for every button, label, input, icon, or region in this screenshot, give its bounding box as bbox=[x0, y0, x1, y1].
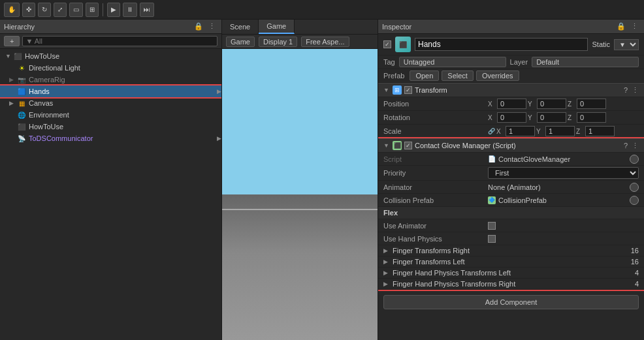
tab-game[interactable]: Game bbox=[259, 20, 295, 34]
rotate-tool[interactable]: ↻ bbox=[38, 3, 51, 17]
cam-label: CameraRig bbox=[29, 76, 65, 84]
hierarchy-menu-btn[interactable]: ⋮ bbox=[206, 22, 217, 31]
play-btn[interactable]: ▶ bbox=[107, 3, 120, 17]
htc-label: HowToUse bbox=[29, 123, 63, 131]
animator-dot-btn[interactable] bbox=[630, 183, 639, 192]
rot-x-input[interactable] bbox=[497, 112, 526, 123]
display-dropdown[interactable]: Display 1 bbox=[259, 37, 297, 47]
animator-value-row: None (Animator) bbox=[488, 183, 639, 192]
tods-icon: 📡 bbox=[17, 134, 26, 143]
step-btn[interactable]: ⏭ bbox=[140, 3, 154, 17]
top-toolbar: ✋ ✜ ↻ ⤢ ▭ ⊞ ▶ ⏸ ⏭ bbox=[0, 0, 644, 20]
hierarchy-item-environment[interactable]: 🌐 Environment bbox=[0, 109, 221, 121]
pos-x-input[interactable] bbox=[497, 99, 526, 109]
game-mode-dropdown[interactable]: Game bbox=[226, 37, 255, 47]
hierarchy-list: ▼ ⬛ HowToUse ☀ Directional Light ▶ 📷 Cam… bbox=[0, 49, 221, 340]
htc-icon: ⬛ bbox=[17, 122, 26, 131]
script-row: Script 📄 ContactGloveManager bbox=[378, 153, 644, 166]
transform-component-header[interactable]: ▼ ⊞ Transform ? ⋮ bbox=[378, 83, 644, 97]
aspect-dropdown[interactable]: Free Aspe... bbox=[301, 37, 349, 47]
howToUse-root-icon: ⬛ bbox=[13, 52, 22, 61]
object-cube-icon: ⬛ bbox=[395, 37, 411, 52]
add-component-button[interactable]: Add Component bbox=[383, 295, 639, 309]
pos-y-input[interactable] bbox=[537, 99, 566, 109]
hierarchy-item-hands[interactable]: 🟦 Hands ▶ bbox=[0, 85, 221, 97]
priority-label: Priority bbox=[383, 169, 488, 177]
static-dropdown[interactable]: ▼ bbox=[614, 39, 639, 50]
finger-transforms-right-row[interactable]: ▶ Finger Transforms Right 16 bbox=[378, 245, 644, 256]
prefab-row: Prefab Open Select Overrides bbox=[378, 69, 644, 83]
transform-checkbox[interactable] bbox=[404, 86, 412, 94]
prefab-select-btn[interactable]: Select bbox=[442, 70, 474, 81]
fhpl-arrow: ▶ bbox=[383, 270, 390, 276]
priority-dropdown[interactable]: First bbox=[488, 167, 639, 179]
priority-row: Priority First bbox=[378, 166, 644, 181]
rot-z-label: Z bbox=[568, 114, 575, 121]
move-tool[interactable]: ✜ bbox=[22, 3, 35, 17]
priority-value-row: First bbox=[488, 167, 639, 179]
hierarchy-item-tods[interactable]: 📡 ToDSCommunicator ▶ bbox=[0, 132, 221, 144]
hierarchy-search-input[interactable] bbox=[22, 36, 217, 46]
transform-help-icon[interactable]: ? bbox=[624, 86, 628, 95]
script-value: ContactGloveManager bbox=[498, 155, 570, 163]
canvas-arrow: ▶ bbox=[9, 100, 16, 106]
prefab-overrides-btn[interactable]: Overrides bbox=[476, 70, 519, 81]
scale-y-input[interactable] bbox=[545, 126, 575, 136]
game-toolbar: Game Display 1 Free Aspe... bbox=[222, 35, 378, 49]
cgm-checkbox[interactable] bbox=[404, 142, 412, 149]
inspector-lock-btn[interactable]: 🔒 bbox=[615, 22, 628, 31]
finger-hand-physics-right-row[interactable]: ▶ Finger Hand Physics Transforms Right 4 bbox=[378, 279, 644, 290]
hierarchy-item-howToUse-child[interactable]: ⬛ HowToUse bbox=[0, 121, 221, 132]
main-area: Hierarchy 🔒 ⋮ + ▼ ⬛ HowToUse ☀ Direction… bbox=[0, 20, 644, 340]
hierarchy-item-directional-light[interactable]: ☀ Directional Light bbox=[0, 62, 221, 74]
hierarchy-item-howToUse-root[interactable]: ▼ ⬛ HowToUse bbox=[0, 50, 221, 62]
cgm-component-header[interactable]: ▼ ⬛ Contact Glove Manager (Script) ? ⋮ bbox=[378, 138, 644, 153]
collision-prefab-dot-btn[interactable] bbox=[630, 196, 639, 205]
rect-tool[interactable]: ▭ bbox=[69, 3, 83, 17]
layer-label: Layer bbox=[510, 58, 528, 66]
hierarchy-panel: Hierarchy 🔒 ⋮ + ▼ ⬛ HowToUse ☀ Direction… bbox=[0, 20, 222, 340]
tab-scene[interactable]: Scene bbox=[222, 20, 259, 34]
tag-dropdown[interactable]: Untagged bbox=[399, 57, 506, 67]
use-hand-physics-checkbox[interactable] bbox=[488, 235, 496, 243]
hierarchy-item-canvas[interactable]: ▶ ▦ Canvas bbox=[0, 97, 221, 109]
position-row: Position X Y Z bbox=[378, 97, 644, 111]
fhpr-arrow: ▶ bbox=[383, 281, 390, 287]
transform-settings-icon[interactable]: ⋮ bbox=[632, 86, 639, 95]
cgm-help-icon[interactable]: ? bbox=[624, 142, 628, 150]
finger-transforms-left-row[interactable]: ▶ Finger Transforms Left 16 bbox=[378, 256, 644, 268]
hierarchy-panel-header: Hierarchy 🔒 ⋮ bbox=[0, 20, 221, 34]
rot-y-input[interactable] bbox=[537, 112, 566, 123]
pos-z-input[interactable] bbox=[577, 99, 606, 109]
transform-tool[interactable]: ⊞ bbox=[86, 3, 99, 17]
collision-prefab-value-row: 🔷 CollisionPrefab bbox=[488, 196, 639, 205]
hierarchy-add-button[interactable]: + bbox=[4, 36, 20, 46]
inspector-menu-btn[interactable]: ⋮ bbox=[629, 22, 640, 31]
use-animator-checkbox[interactable] bbox=[488, 222, 496, 230]
rotation-row: Rotation X Y Z bbox=[378, 111, 644, 125]
hierarchy-item-camerarig[interactable]: ▶ 📷 CameraRig bbox=[0, 74, 221, 85]
object-name-field[interactable] bbox=[415, 38, 588, 51]
finger-hand-physics-left-row[interactable]: ▶ Finger Hand Physics Transforms Left 4 bbox=[378, 268, 644, 279]
cgm-settings-icon[interactable]: ⋮ bbox=[632, 142, 639, 150]
script-dot-btn[interactable] bbox=[630, 155, 639, 164]
object-active-checkbox[interactable] bbox=[383, 40, 391, 48]
hierarchy-lock-btn[interactable]: 🔒 bbox=[192, 22, 205, 31]
scale-z-input[interactable] bbox=[585, 126, 615, 136]
object-name-row: ⬛ Static ▼ bbox=[378, 34, 644, 55]
hand-tool[interactable]: ✋ bbox=[4, 3, 20, 17]
use-hand-physics-row: Use Hand Physics bbox=[378, 232, 644, 245]
rotation-label: Rotation bbox=[383, 114, 488, 121]
script-value-row: 📄 ContactGloveManager bbox=[488, 155, 639, 164]
horizon-line bbox=[222, 209, 378, 210]
pause-btn[interactable]: ⏸ bbox=[123, 3, 137, 17]
rot-z-input[interactable] bbox=[577, 112, 606, 123]
scale-x-input[interactable] bbox=[506, 126, 535, 136]
tag-layer-row: Tag Untagged Layer Default bbox=[378, 55, 644, 69]
ftl-arrow: ▶ bbox=[383, 258, 390, 265]
prefab-open-btn[interactable]: Open bbox=[410, 70, 439, 81]
layer-dropdown[interactable]: Default bbox=[532, 57, 639, 67]
scale-tool[interactable]: ⤢ bbox=[54, 3, 67, 17]
hierarchy-panel-title: Hierarchy bbox=[4, 23, 189, 31]
tab-scene-label: Scene bbox=[230, 23, 250, 31]
